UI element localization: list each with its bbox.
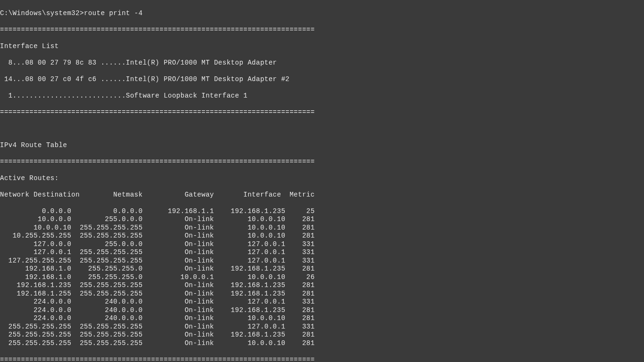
route-row: 192.168.1.0 255.255.255.0 10.0.0.1 10.0.… xyxy=(0,273,644,282)
route-row: 192.168.1.235 255.255.255.255 On-link 19… xyxy=(0,281,644,290)
prompt: C:\Windows\system32> xyxy=(0,9,84,17)
route-row: 127.255.255.255 255.255.255.255 On-link … xyxy=(0,257,644,265)
route-row: 0.0.0.0 0.0.0.0 192.168.1.1 192.168.1.23… xyxy=(0,207,644,216)
columns-header: Network Destination Netmask Gateway Inte… xyxy=(0,191,644,199)
active-routes-header: Active Routes: xyxy=(0,174,644,183)
interface-row: 1...........................Software Loo… xyxy=(0,92,644,100)
separator-line: ========================================… xyxy=(0,26,644,34)
route-row: 255.255.255.255 255.255.255.255 On-link … xyxy=(0,339,644,348)
command-text: route print -4 xyxy=(84,9,143,17)
route-row: 255.255.255.255 255.255.255.255 On-link … xyxy=(0,323,644,331)
interface-list-header: Interface List xyxy=(0,42,644,51)
route-row: 192.168.1.255 255.255.255.255 On-link 19… xyxy=(0,290,644,298)
route-row: 224.0.0.0 240.0.0.0 On-link 127.0.0.1 33… xyxy=(0,298,644,306)
terminal-output[interactable]: C:\Windows\system32>route print -4 =====… xyxy=(0,1,644,362)
route-row: 192.168.1.0 255.255.255.0 On-link 192.16… xyxy=(0,265,644,273)
route-row: 10.0.0.0 255.0.0.0 On-link 10.0.0.10 281 xyxy=(0,215,644,224)
routes-table: 0.0.0.0 0.0.0.0 192.168.1.1 192.168.1.23… xyxy=(0,207,644,348)
blank-line xyxy=(0,125,644,133)
interface-row: 8...08 00 27 79 8c 83 ......Intel(R) PRO… xyxy=(0,59,644,67)
route-row: 255.255.255.255 255.255.255.255 On-link … xyxy=(0,331,644,339)
separator-line: ========================================… xyxy=(0,158,644,166)
interface-row: 14...08 00 27 c0 4f c6 ......Intel(R) PR… xyxy=(0,75,644,84)
separator-line: ========================================… xyxy=(0,108,644,117)
route-row: 127.0.0.0 255.0.0.0 On-link 127.0.0.1 33… xyxy=(0,240,644,249)
route-row: 127.0.0.1 255.255.255.255 On-link 127.0.… xyxy=(0,248,644,257)
route-row: 224.0.0.0 240.0.0.0 On-link 192.168.1.23… xyxy=(0,306,644,315)
route-row: 10.0.0.10 255.255.255.255 On-link 10.0.0… xyxy=(0,224,644,232)
route-table-header: IPv4 Route Table xyxy=(0,141,644,150)
route-row: 10.255.255.255 255.255.255.255 On-link 1… xyxy=(0,232,644,240)
separator-line: ========================================… xyxy=(0,356,644,362)
command-line-1: C:\Windows\system32>route print -4 xyxy=(0,9,644,18)
route-row: 224.0.0.0 240.0.0.0 On-link 10.0.0.10 28… xyxy=(0,314,644,323)
